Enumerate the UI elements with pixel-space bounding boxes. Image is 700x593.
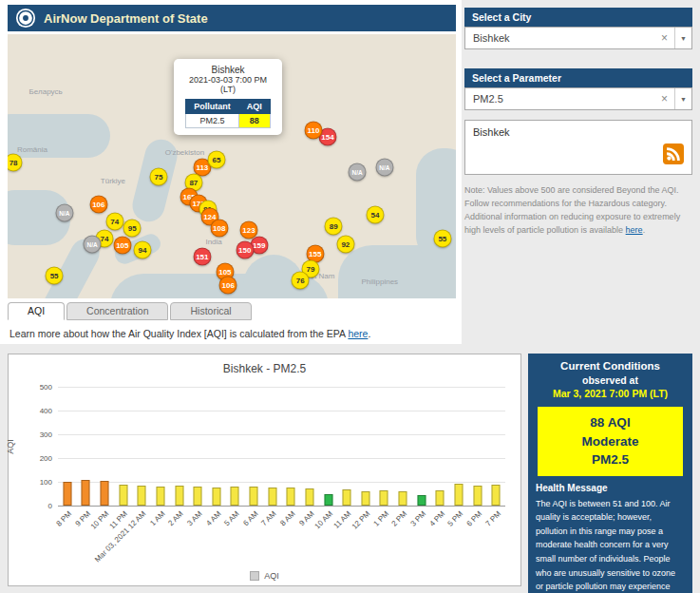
- chart-bar-slot: 1 AM: [151, 387, 170, 506]
- x-axis-label: 8 AM: [278, 509, 296, 527]
- aqi-marker[interactable]: 123: [239, 220, 257, 239]
- aqi-marker[interactable]: 150: [236, 240, 254, 258]
- health-message-header: Health Message: [528, 483, 692, 497]
- aqi-bar[interactable]: [436, 490, 445, 507]
- x-axis-label: 7 AM: [260, 509, 278, 527]
- aqi-marker[interactable]: 55: [46, 267, 64, 285]
- aqi-parameter: PM2.5: [541, 450, 679, 469]
- city-select-value: Bishkek: [465, 32, 654, 44]
- aqi-bar[interactable]: [305, 488, 313, 506]
- aqi-marker[interactable]: 106: [219, 277, 237, 295]
- aqi-marker[interactable]: 89: [325, 217, 343, 235]
- note-text: Note: Values above 500 are considered Be…: [464, 185, 680, 235]
- chart-title: Bishkek - PM2.5: [9, 362, 520, 375]
- aqi-bar[interactable]: [63, 482, 71, 507]
- aqi-marker[interactable]: N/A: [375, 159, 393, 177]
- aqi-bar[interactable]: [82, 480, 90, 506]
- aqi-bar[interactable]: [268, 488, 276, 507]
- aqi-bar[interactable]: [175, 486, 183, 506]
- chart-bar-slot: 6 AM: [244, 387, 263, 506]
- aqi-bar[interactable]: [250, 487, 258, 507]
- note-suffix: .: [643, 225, 646, 235]
- aqi-marker[interactable]: 76: [292, 271, 310, 289]
- aqi-bar[interactable]: [380, 490, 388, 506]
- y-axis-tick: 400: [26, 407, 52, 415]
- aqi-marker[interactable]: 54: [367, 206, 385, 224]
- aqi-marker[interactable]: 55: [433, 230, 451, 248]
- current-conditions-title: Current Conditions: [528, 354, 692, 372]
- aqi-value: 88 AQI: [541, 413, 679, 432]
- chart-bar-slot: 2 PM: [393, 387, 412, 506]
- aqi-bar[interactable]: [156, 487, 164, 507]
- city-chevron-down-icon[interactable]: ▼: [674, 28, 691, 48]
- x-axis-label: 2 PM: [390, 509, 409, 528]
- aqi-bar[interactable]: [324, 494, 332, 506]
- aqi-marker[interactable]: 92: [336, 236, 354, 254]
- aqi-bar[interactable]: [231, 487, 239, 506]
- aqi-bar[interactable]: [138, 486, 146, 506]
- x-axis-label: 6 AM: [241, 509, 259, 527]
- air-quality-map[interactable]: БеларусьRomâniaTürkiyeO'zbekistonIndiaVi…: [8, 34, 456, 298]
- city-clear-icon[interactable]: ×: [654, 31, 674, 45]
- aqi-marker[interactable]: 106: [89, 196, 107, 214]
- aqi-marker[interactable]: 108: [210, 220, 228, 238]
- chart-bar-slot: 3 AM: [188, 387, 207, 506]
- learn-more-link[interactable]: here: [348, 328, 368, 339]
- aqi-bar[interactable]: [454, 484, 463, 506]
- rss-icon[interactable]: [663, 143, 684, 168]
- tab-historical[interactable]: Historical: [170, 302, 251, 320]
- aqi-bar[interactable]: [119, 485, 127, 506]
- popup-city: Bishkek: [179, 65, 277, 75]
- chart-bar-slot: 8 AM: [282, 387, 301, 506]
- aqi-bar[interactable]: [417, 495, 426, 507]
- health-message-text: The AQI is between 51 and 100. Air quali…: [528, 497, 692, 593]
- tab-concentration[interactable]: Concentration: [66, 302, 168, 320]
- chart-bar-slot: 5 AM: [226, 387, 245, 506]
- aqi-bar[interactable]: [361, 491, 369, 507]
- parameter-select[interactable]: PM2.5 × ▼: [464, 87, 692, 110]
- aqi-marker[interactable]: 95: [123, 220, 142, 238]
- aqi-bar[interactable]: [287, 488, 295, 506]
- x-axis-label: 4 PM: [427, 509, 446, 528]
- aqi-marker[interactable]: 151: [193, 247, 211, 265]
- chart-legend: AQI: [9, 571, 520, 581]
- aqi-bar[interactable]: [343, 489, 351, 506]
- aqi-marker[interactable]: 105: [113, 237, 131, 255]
- aqi-bar[interactable]: [492, 485, 501, 506]
- aqi-marker[interactable]: 78: [8, 153, 23, 171]
- x-axis-label: 5 AM: [223, 509, 241, 527]
- aqi-marker[interactable]: 75: [150, 168, 168, 186]
- chart-bar-slot: 3 PM: [412, 387, 431, 506]
- popup-aqi-table: Pollutant AQI PM2.5 88: [185, 99, 271, 128]
- aqi-marker[interactable]: N/A: [84, 236, 102, 254]
- note-link[interactable]: here: [626, 225, 643, 235]
- chart-bar-slot: 9 PM: [77, 387, 96, 506]
- tab-aqi[interactable]: AQI: [8, 302, 65, 320]
- chart-bar-slot: 4 AM: [207, 387, 226, 506]
- parameter-chevron-down-icon[interactable]: ▼: [674, 88, 691, 109]
- y-axis-tick: 200: [26, 454, 52, 463]
- aqi-bar[interactable]: [399, 491, 407, 507]
- learn-more-prefix: Learn more about how the Air Quality Ind…: [9, 328, 348, 339]
- aqi-chart-card: Bishkek - PM2.5 AQI 0100200300400500 8 P…: [8, 354, 521, 586]
- city-select[interactable]: Bishkek × ▼: [464, 27, 692, 49]
- aqi-marker[interactable]: 74: [105, 213, 123, 231]
- aqi-marker[interactable]: N/A: [55, 203, 73, 221]
- aqi-marker[interactable]: 94: [134, 240, 152, 258]
- aqi-bar[interactable]: [194, 487, 202, 506]
- legend-swatch: [250, 571, 259, 581]
- aqi-marker[interactable]: N/A: [349, 163, 367, 181]
- aqi-marker[interactable]: 65: [207, 151, 225, 169]
- aqi-summary-box: 88 AQI Moderate PM2.5: [538, 407, 683, 476]
- parameter-select-value: PM2.5: [465, 93, 654, 105]
- aqi-bar[interactable]: [212, 488, 220, 507]
- aqi-bar[interactable]: [101, 481, 109, 506]
- aqi-marker[interactable]: 110: [304, 122, 322, 140]
- learn-more-suffix: .: [368, 328, 370, 339]
- chart-bar-slot: 5 PM: [449, 387, 468, 506]
- aqi-bar[interactable]: [473, 486, 482, 507]
- aqi-note: Note: Values above 500 are considered Be…: [464, 184, 691, 238]
- map-popup[interactable]: Bishkek 2021-03-03 7:00 PM (LT) Pollutan…: [174, 59, 282, 135]
- parameter-clear-icon[interactable]: ×: [654, 92, 674, 105]
- chart-bar-slot: 6 PM: [468, 387, 487, 506]
